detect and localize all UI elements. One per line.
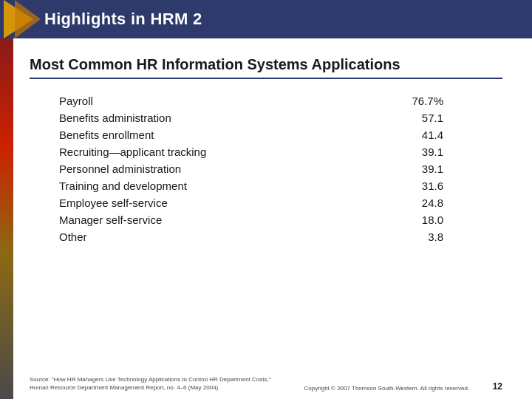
row-value: 39.1 (313, 143, 502, 160)
row-label: Recruiting—applicant tracking (30, 143, 313, 160)
table-row: Benefits administration57.1 (30, 109, 502, 126)
header: Highlights in HRM 2 (0, 0, 532, 38)
row-label: Personnel administration (30, 160, 313, 177)
table-row: Training and development31.6 (30, 177, 502, 194)
row-label: Employee self-service (30, 194, 313, 211)
table-row: Manager self-service18.0 (30, 211, 502, 228)
table-row: Benefits enrollment41.4 (30, 126, 502, 143)
page-title: Highlights in HRM 2 (44, 10, 202, 29)
footer-copyright: Copyright © 2007 Thomson South-Western. … (281, 385, 493, 392)
table-row: Other 3.8 (30, 228, 502, 245)
footer: Source: "How HR Managers Use Technology … (30, 375, 502, 392)
main-content: Most Common HR Information Systems Appli… (0, 38, 532, 253)
left-accent-bar (0, 38, 13, 399)
section-title: Most Common HR Information Systems Appli… (30, 56, 502, 79)
row-label: Payroll (30, 92, 313, 109)
applications-table: Payroll76.7%Benefits administration57.1B… (30, 92, 502, 245)
row-label: Other (30, 228, 313, 245)
row-value: 3.8 (313, 228, 502, 245)
row-value: 31.6 (313, 177, 502, 194)
table-row: Personnel administration39.1 (30, 160, 502, 177)
row-value: 39.1 (313, 160, 502, 177)
row-value: 76.7% (313, 92, 502, 109)
table-row: Employee self-service24.8 (30, 194, 502, 211)
row-value: 24.8 (313, 194, 502, 211)
row-value: 18.0 (313, 211, 502, 228)
page-number: 12 (493, 381, 502, 392)
table-row: Recruiting—applicant tracking39.1 (30, 143, 502, 160)
footer-source: Source: "How HR Managers Use Technology … (30, 375, 281, 392)
row-label: Manager self-service (30, 211, 313, 228)
row-label: Benefits enrollment (30, 126, 313, 143)
table-row: Payroll76.7% (30, 92, 502, 109)
row-label: Benefits administration (30, 109, 313, 126)
row-label: Training and development (30, 177, 313, 194)
row-value: 57.1 (313, 109, 502, 126)
row-value: 41.4 (313, 126, 502, 143)
chevron-icon (0, 0, 41, 38)
